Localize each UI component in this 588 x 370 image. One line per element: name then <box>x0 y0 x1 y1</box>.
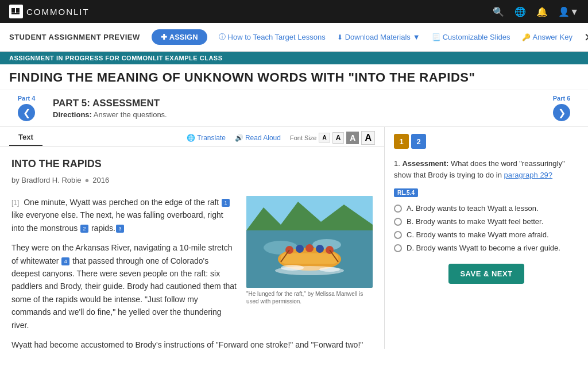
secondary-navigation: STUDENT ASSIGNMENT PREVIEW ✚ ASSIGN ⓘ Ho… <box>0 23 588 52</box>
story-image <box>246 196 373 288</box>
question-tab-2[interactable]: 2 <box>411 134 426 149</box>
answer-text-d: D. Brody wants Wyatt to become a river g… <box>407 244 560 252</box>
question-text: 1. Assessment: What does the word "reass… <box>394 158 579 180</box>
page-title: FINDING THE MEANING OF UNKNOWN WORDS WIT… <box>9 70 579 85</box>
part-directions: Directions: Answer the questions. <box>53 110 535 119</box>
top-navigation: COMMONLIT 🔍 🌐 🔔 👤▼ <box>0 0 588 23</box>
paragraph-link[interactable]: paragraph 29? <box>504 171 553 179</box>
tab-text[interactable]: Text <box>9 129 42 146</box>
radio-c[interactable] <box>394 231 402 239</box>
svg-point-18 <box>281 265 304 271</box>
svg-rect-0 <box>11 8 15 13</box>
standard-badge: RL.5.4 <box>394 188 418 197</box>
image-column: "He lunged for the raft," by Melissa Man… <box>246 196 373 338</box>
text-column: [1] One minute, Wyatt was perched on the… <box>11 196 237 338</box>
answer-option-d[interactable]: D. Brody wants Wyatt to become a river g… <box>394 244 579 252</box>
translate-icon: 🌐 <box>187 134 195 142</box>
save-next-button[interactable]: SAVE & NEXT <box>448 264 524 284</box>
reading-title: INTO THE RAPIDS <box>11 156 373 172</box>
left-panel: Text 🌐 Translate 🔊 Read Aloud Font Size … <box>0 127 385 349</box>
answer-text-a: A. Brody wants to teach Wyatt a lesson. <box>407 204 539 213</box>
paragraph-2: They were on the Arkansas River, navigat… <box>11 241 237 332</box>
search-icon[interactable]: 🔍 <box>493 6 504 17</box>
prev-part-label: Part 4 <box>18 95 36 102</box>
logo-text: COMMONLIT <box>26 7 90 17</box>
globe-icon[interactable]: 🌐 <box>514 6 526 17</box>
bell-icon[interactable]: 🔔 <box>536 6 548 17</box>
question-tabs: 1 2 <box>394 134 579 149</box>
svg-point-19 <box>319 267 340 272</box>
radio-b[interactable] <box>394 218 402 226</box>
answer-text-c: C. Brody wants to make Wyatt more afraid… <box>407 230 549 239</box>
prev-part-button[interactable]: ❮ <box>18 104 35 121</box>
question-label: Assessment: <box>402 159 448 168</box>
answer-option-c[interactable]: C. Brody wants to make Wyatt more afraid… <box>394 230 579 239</box>
answer-option-b[interactable]: B. Brody wants to make Wyatt feel better… <box>394 217 579 226</box>
title-area: FINDING THE MEANING OF UNKNOWN WORDS WIT… <box>0 64 588 90</box>
speaker-icon: 🔊 <box>235 134 243 142</box>
vocab-2[interactable]: 2 <box>80 225 88 233</box>
svg-rect-1 <box>16 8 20 13</box>
tab-bar: Text 🌐 Translate 🔊 Read Aloud Font Size … <box>0 127 384 147</box>
reading-content: INTO THE RAPIDS by Bradford H. Robie ● 2… <box>0 147 384 349</box>
next-part-label: Part 6 <box>553 95 571 102</box>
slides-icon: 📃 <box>432 33 440 41</box>
plus-icon: ✚ <box>161 33 167 41</box>
vocab-1[interactable]: 1 <box>222 199 230 207</box>
info-icon: ⓘ <box>219 32 226 42</box>
font-large-button[interactable]: A <box>346 132 359 144</box>
answer-option-a[interactable]: A. Brody wants to teach Wyatt a lesson. <box>394 204 579 213</box>
part-info: PART 5: ASSESSMENT Directions: Answer th… <box>44 98 544 119</box>
banner-text: ASSIGNMENT IN PROGRESS FOR COMMONLIT EXA… <box>9 55 223 61</box>
text-image-section: [1] One minute, Wyatt was perched on the… <box>11 196 373 338</box>
close-button[interactable]: ✕ <box>584 30 588 44</box>
customizable-slides-link[interactable]: 📃 Customizable Slides <box>432 33 510 41</box>
vocab-3[interactable]: 3 <box>116 225 124 233</box>
translate-link[interactable]: 🌐 Translate <box>187 134 226 142</box>
part-heading: PART 5: ASSESSMENT <box>53 98 535 109</box>
answer-text-b: B. Brody wants to make Wyatt feel better… <box>407 217 543 226</box>
font-size-controls: Font Size A A A A <box>290 131 375 145</box>
reading-author: by Bradford H. Robie ● 2016 <box>11 175 373 187</box>
image-caption: "He lunged for the raft," by Melissa Man… <box>246 290 373 305</box>
download-icon: ⬇ <box>337 33 343 41</box>
next-part[interactable]: Part 6 ❯ <box>544 95 579 121</box>
nav-icons-group: 🔍 🌐 🔔 👤▼ <box>493 6 579 17</box>
read-aloud-link[interactable]: 🔊 Read Aloud <box>235 134 281 142</box>
svg-point-13 <box>316 245 324 253</box>
right-panel: 1 2 1. Assessment: What does the word "r… <box>385 127 588 349</box>
radio-d[interactable] <box>394 244 402 252</box>
radio-a[interactable] <box>394 205 402 213</box>
font-size-label: Font Size <box>290 134 316 141</box>
font-medium-button[interactable]: A <box>332 132 345 144</box>
main-content: Text 🌐 Translate 🔊 Read Aloud Font Size … <box>0 127 588 349</box>
prev-part[interactable]: Part 4 ❮ <box>9 95 44 121</box>
line-number-1: [1] <box>11 199 19 207</box>
teach-target-link[interactable]: ⓘ How to Teach Target Lessons <box>219 32 326 42</box>
user-menu-icon[interactable]: 👤▼ <box>558 6 579 17</box>
assignment-banner: ASSIGNMENT IN PROGRESS FOR COMMONLIT EXA… <box>0 52 588 64</box>
paragraph-3: Wyatt had become accustomed to Brody's i… <box>11 338 373 349</box>
download-materials-link[interactable]: ⬇ Download Materials ▼ <box>337 33 420 41</box>
svg-point-12 <box>305 244 314 252</box>
font-xlarge-button[interactable]: A <box>361 131 375 145</box>
svg-point-11 <box>296 245 304 253</box>
vocab-4[interactable]: 4 <box>61 257 69 265</box>
svg-rect-2 <box>11 13 20 14</box>
paragraph-1: [1] One minute, Wyatt was perched on the… <box>11 196 237 234</box>
logo: COMMONLIT <box>9 5 90 18</box>
next-part-button[interactable]: ❯ <box>553 104 570 121</box>
assign-button[interactable]: ✚ ASSIGN <box>152 29 207 45</box>
answer-key-link[interactable]: 🔑 Answer Key <box>522 33 572 41</box>
svg-rect-9 <box>281 253 338 264</box>
part-navigation: Part 4 ❮ PART 5: ASSESSMENT Directions: … <box>0 90 588 127</box>
question-number: 1. <box>394 159 400 168</box>
tab-actions: 🌐 Translate 🔊 Read Aloud Font Size A A A… <box>187 131 375 145</box>
font-small-button[interactable]: A <box>319 133 330 142</box>
key-icon: 🔑 <box>522 33 531 41</box>
logo-icon <box>9 5 23 18</box>
question-tab-1[interactable]: 1 <box>394 134 409 149</box>
chevron-down-icon: ▼ <box>413 33 420 41</box>
preview-label: STUDENT ASSIGNMENT PREVIEW <box>9 33 140 41</box>
answer-options: A. Brody wants to teach Wyatt a lesson. … <box>394 204 579 252</box>
